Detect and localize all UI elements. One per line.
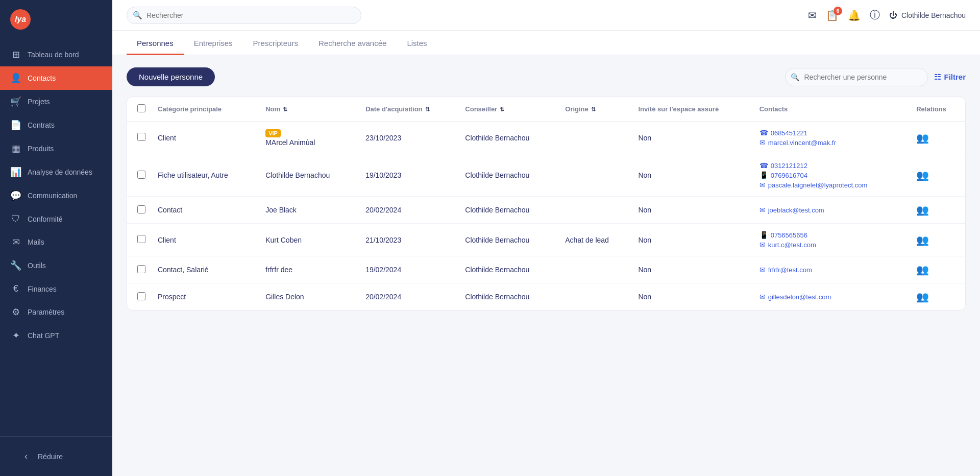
sidebar-item-mails[interactable]: ✉ Mails — [0, 230, 112, 254]
cell-date: 19/10/2023 — [359, 154, 459, 197]
tab-prescripteurs[interactable]: Prescripteurs — [243, 31, 308, 55]
sort-icon-nom: ⇅ — [281, 106, 287, 112]
sidebar-item-outils[interactable]: 🔧 Outils — [0, 254, 112, 277]
cell-relations[interactable]: 👥 — [910, 122, 965, 154]
sidebar-item-conformite[interactable]: 🛡 Conformité — [0, 207, 112, 230]
bell-icon[interactable]: 🔔 — [848, 9, 861, 21]
contact-email[interactable]: ✉frfrfr@test.com — [760, 266, 904, 274]
cell-conseiller: Clothilde Bernachou — [459, 122, 559, 154]
sidebar-item-contrats[interactable]: 📄 Contrats — [0, 113, 112, 137]
sidebar-item-produits[interactable]: ▦ Produits — [0, 137, 112, 160]
row-checkbox-3[interactable] — [137, 235, 145, 243]
row-checkbox-2[interactable] — [137, 205, 145, 213]
contact-mobile[interactable]: 📱0769616704 — [760, 171, 904, 179]
tab-entreprises[interactable]: Entreprises — [184, 31, 243, 55]
person-name[interactable]: Joe Black — [265, 206, 353, 214]
col-origine[interactable]: Origine ⇅ — [559, 97, 632, 122]
person-search-input[interactable] — [785, 68, 928, 86]
nav-label-conformite: Conformité — [28, 215, 62, 223]
global-search: 🔍 — [127, 7, 361, 24]
cell-categorie: Client — [152, 122, 259, 154]
contact-email[interactable]: ✉kurt.c@test.com — [760, 241, 904, 249]
tasks-icon[interactable]: 📋 6 — [826, 9, 839, 21]
row-checkbox-5[interactable] — [137, 292, 145, 300]
cell-relations[interactable]: 👥 — [910, 197, 965, 224]
col-invite: Invité sur l'espace assuré — [632, 97, 753, 122]
nav-label-produits: Produits — [28, 145, 54, 153]
cell-nom: Joe Black — [259, 197, 359, 224]
person-name[interactable]: Gilles Delon — [265, 293, 353, 301]
contact-mobile[interactable]: 📱0756565656 — [760, 231, 904, 239]
search-person-icon: 🔍 — [791, 73, 799, 81]
cell-conseiller: Clothilde Bernachou — [459, 197, 559, 224]
cell-relations[interactable]: 👥 — [910, 154, 965, 197]
relations-icon[interactable]: 👥 — [916, 132, 929, 144]
cell-date: 20/02/2024 — [359, 197, 459, 224]
filter-button[interactable]: ☷ Filtrer — [934, 73, 966, 82]
tab-personnes[interactable]: Personnes — [127, 31, 184, 55]
search-input[interactable] — [127, 7, 361, 24]
sidebar-item-chat-gpt[interactable]: ✦ Chat GPT — [0, 324, 112, 347]
col-conseiller[interactable]: Conseiller ⇅ — [459, 97, 559, 122]
cell-origine: Achat de lead — [559, 224, 632, 256]
email-icon: ✉ — [760, 293, 766, 301]
tab-listes[interactable]: Listes — [397, 31, 437, 55]
sidebar-item-communication[interactable]: 💬 Communication — [0, 184, 112, 207]
contact-phone[interactable]: ☎0685451221 — [760, 129, 904, 137]
nav-icon-parametres: ⚙ — [10, 306, 21, 318]
nav-icon-mails: ✉ — [10, 236, 21, 248]
cell-origine — [559, 197, 632, 224]
col-categorie: Catégorie principale — [152, 97, 259, 122]
person-name[interactable]: Clothilde Bernachou — [265, 171, 353, 179]
nav-label-chat-gpt: Chat GPT — [28, 331, 59, 340]
sidebar-item-finances[interactable]: € Finances — [0, 277, 112, 300]
row-checkbox-0[interactable] — [137, 133, 145, 141]
mail-icon[interactable]: ✉ — [808, 9, 817, 21]
sidebar-item-projets[interactable]: 🛒 Projets — [0, 90, 112, 113]
relations-icon[interactable]: 👥 — [916, 204, 929, 216]
cell-relations[interactable]: 👥 — [910, 283, 965, 311]
relations-icon[interactable]: 👥 — [916, 264, 929, 275]
relations-icon[interactable]: 👥 — [916, 234, 929, 246]
contact-email[interactable]: ✉gillesdelon@test.com — [760, 293, 904, 301]
row-checkbox-4[interactable] — [137, 265, 145, 273]
cell-date: 23/10/2023 — [359, 122, 459, 154]
sort-icon-origine: ⇅ — [590, 106, 596, 112]
nav-label-projets: Projets — [28, 98, 50, 106]
filter-icon: ☷ — [934, 73, 941, 82]
table-row: Contact, Salariéfrfrfr dee19/02/2024Clot… — [127, 256, 965, 283]
content-header: Nouvelle personne 🔍 ☷ Filtrer — [127, 67, 966, 86]
sidebar-item-reduire[interactable]: ‹ Réduire — [10, 445, 102, 468]
cell-relations[interactable]: 👥 — [910, 256, 965, 283]
cell-relations[interactable]: 👥 — [910, 224, 965, 256]
sidebar: lya ⊞ Tableau de bord 👤 Contacts 🛒 Proje… — [0, 0, 112, 476]
contact-email[interactable]: ✉marcel.vincent@mak.fr — [760, 138, 904, 147]
nav-label-outils: Outils — [28, 261, 46, 270]
search-filter-row: 🔍 ☷ Filtrer — [785, 68, 966, 86]
col-date_acquisition[interactable]: Date d'acquisition ⇅ — [359, 97, 459, 122]
table-row: ContactJoe Black20/02/2024Clothilde Bern… — [127, 197, 965, 224]
table-row: ClientVIPMArcel Animùal23/10/2023Clothil… — [127, 122, 965, 154]
person-name[interactable]: frfrfr dee — [265, 266, 353, 274]
relations-icon[interactable]: 👥 — [916, 291, 929, 302]
cell-conseiller: Clothilde Bernachou — [459, 224, 559, 256]
user-menu[interactable]: ⏻ Clothilde Bernachou — [889, 11, 966, 20]
person-name[interactable]: Kurt Coben — [265, 236, 353, 244]
sidebar-item-analyse-de-donnees[interactable]: 📊 Analyse de données — [0, 160, 112, 184]
contact-email[interactable]: ✉pascale.laignelet@lyaprotect.com — [760, 181, 904, 189]
contact-email[interactable]: ✉joeblack@test.com — [760, 206, 904, 214]
new-person-button[interactable]: Nouvelle personne — [127, 67, 215, 86]
tab-recherche-avancee[interactable]: Recherche avancée — [308, 31, 397, 55]
cell-contacts: ✉joeblack@test.com — [753, 197, 911, 224]
person-name[interactable]: MArcel Animùal — [265, 138, 353, 147]
help-icon[interactable]: ⓘ — [870, 8, 880, 22]
relations-icon[interactable]: 👥 — [916, 170, 929, 181]
sidebar-item-parametres[interactable]: ⚙ Paramètres — [0, 300, 112, 324]
cell-origine — [559, 256, 632, 283]
sidebar-item-tableau-de-bord[interactable]: ⊞ Tableau de bord — [0, 43, 112, 66]
row-checkbox-1[interactable] — [137, 171, 145, 179]
col-nom[interactable]: Nom ⇅ — [259, 97, 359, 122]
select-all-checkbox[interactable] — [137, 104, 145, 112]
contact-phone[interactable]: ☎0312121212 — [760, 161, 904, 170]
sidebar-item-contacts[interactable]: 👤 Contacts — [0, 66, 112, 90]
